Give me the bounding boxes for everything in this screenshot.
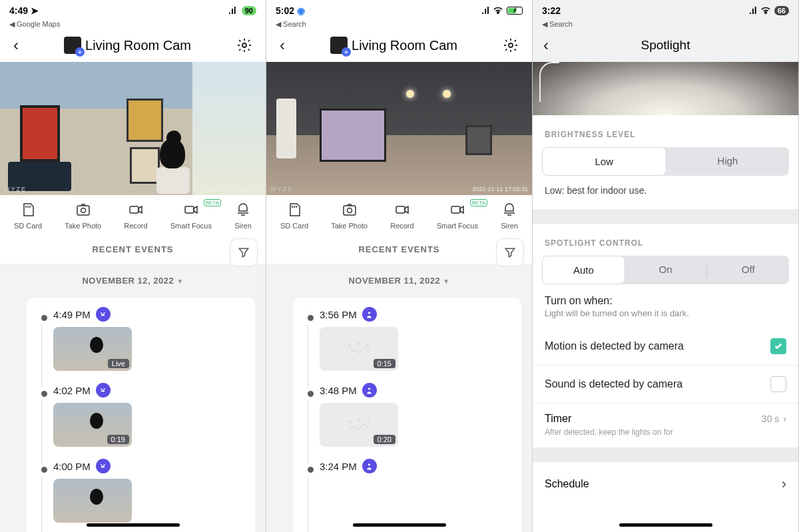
events-date-header[interactable]: NOVEMBER 12, 2022▼: [0, 264, 266, 298]
location-circle-icon: ◉: [297, 5, 305, 16]
pet-icon: [96, 459, 111, 473]
page-header: ‹ Spotlight: [533, 29, 798, 62]
video-brand: WYZE: [4, 186, 27, 192]
event-thumbnail[interactable]: Live: [53, 327, 132, 371]
event-item[interactable]: 4:02 PM 0:19: [49, 383, 242, 447]
recent-events-header: RECENT EVENTS: [266, 235, 532, 264]
home-indicator: [619, 523, 712, 527]
back-breadcrumb[interactable]: ◀ Google Maps: [0, 20, 266, 29]
video-brand: WYZE: [270, 186, 293, 192]
brightness-high-option[interactable]: High: [666, 147, 790, 176]
control-on-option[interactable]: On: [625, 256, 707, 284]
status-bar: 5:02 ◉ .ıl ⚡︎: [266, 0, 532, 21]
control-auto-option[interactable]: Auto: [542, 256, 625, 284]
turn-on-subtitle: Light will be turned on when it is dark.: [533, 308, 798, 328]
event-item[interactable]: 4:00 PM: [49, 459, 242, 523]
beta-badge: BETA: [470, 199, 487, 206]
back-chevron-icon[interactable]: ‹: [280, 36, 285, 55]
svg-point-14: [368, 388, 370, 390]
schedule-row[interactable]: Schedule ›: [533, 447, 798, 506]
wifi-icon: [760, 5, 772, 17]
home-indicator: [353, 523, 446, 527]
motion-trigger-row[interactable]: Motion is detected by camera: [533, 328, 798, 366]
events-list[interactable]: 4:49 PM Live 4:02 PM 0:19 4:00 PM: [0, 298, 266, 532]
filter-button[interactable]: [496, 238, 524, 266]
video-timestamp: 2022-11-12 16:49:44: [206, 186, 262, 192]
event-thumbnail[interactable]: 0:15: [320, 327, 398, 371]
svg-point-13: [367, 345, 369, 347]
take-photo-button[interactable]: Take Photo: [331, 202, 368, 230]
event-item[interactable]: 3:24 PM: [316, 459, 508, 473]
svg-rect-1: [77, 206, 89, 215]
phone-panel-1: 4:49 ➤ .ıl 90 ◀ Google Maps ‹ Living Roo…: [0, 0, 266, 532]
brightness-low-option[interactable]: Low: [542, 147, 666, 176]
record-button[interactable]: Record: [390, 202, 413, 230]
back-breadcrumb[interactable]: ◀ Search: [266, 20, 532, 29]
person-icon: [362, 307, 377, 322]
page-header: ‹ Living Room Cam: [266, 29, 532, 62]
video-timestamp: 2022-11-11 17:02:31: [472, 186, 528, 192]
chevron-down-icon: ▼: [443, 278, 449, 285]
pet-icon: [96, 383, 111, 398]
chevron-right-icon: ›: [783, 413, 786, 424]
siren-button[interactable]: Siren: [501, 202, 518, 230]
smart-focus-button[interactable]: BETASmart Focus: [170, 202, 212, 230]
back-chevron-icon[interactable]: ‹: [543, 36, 549, 55]
sd-card-button[interactable]: SD Card: [280, 202, 308, 230]
page-title: Living Room Cam: [330, 37, 457, 54]
record-button[interactable]: Record: [124, 202, 147, 230]
svg-point-15: [349, 421, 351, 423]
event-thumbnail[interactable]: 0:20: [320, 403, 398, 447]
status-time: 4:49: [9, 5, 28, 16]
svg-point-11: [349, 345, 351, 347]
filter-button[interactable]: [230, 238, 258, 266]
live-video-feed[interactable]: WYZE 2022-11-11 17:02:31: [266, 62, 532, 195]
sd-card-button[interactable]: SD Card: [14, 202, 42, 230]
timer-subtitle: After detected, keep the lights on for: [533, 427, 798, 447]
take-photo-button[interactable]: Take Photo: [65, 202, 101, 230]
page-title: Living Room Cam: [64, 37, 191, 54]
event-item[interactable]: 4:49 PM Live: [49, 307, 242, 371]
back-chevron-icon[interactable]: ‹: [13, 36, 19, 55]
svg-point-16: [358, 419, 360, 421]
checkbox-empty-icon[interactable]: [770, 376, 786, 392]
pet-icon: [96, 307, 111, 322]
turn-on-title: Turn on when:: [533, 284, 798, 308]
person-icon: [362, 383, 377, 398]
events-date-header[interactable]: NOVEMBER 11, 2022▼: [266, 264, 532, 298]
back-breadcrumb[interactable]: ◀ Search: [533, 20, 798, 29]
settings-gear-icon[interactable]: [236, 37, 252, 53]
battery-indicator: 66: [774, 6, 789, 15]
status-bar: 4:49 ➤ .ıl 90: [0, 0, 266, 21]
events-list[interactable]: 3:56 PM 0:15 3:48 PM 0:20 3:24 PM: [266, 298, 532, 532]
svg-point-18: [368, 463, 370, 465]
checkbox-checked-icon[interactable]: [770, 338, 786, 354]
event-item[interactable]: 3:48 PM 0:20: [316, 383, 508, 447]
brightness-section-label: BRIGHTNESS LEVEL: [533, 115, 798, 147]
cell-signal-icon: .ıl: [228, 5, 236, 16]
live-video-feed[interactable]: WYZE 2022-11-12 16:49:44: [0, 62, 266, 195]
status-time: 3:22: [542, 5, 561, 16]
chevron-down-icon: ▼: [176, 278, 183, 285]
camera-toolbar: SD Card Take Photo Record BETASmart Focu…: [0, 195, 266, 235]
svg-rect-6: [344, 206, 356, 215]
spotlight-control-segmented: Auto On Off: [542, 256, 789, 284]
cell-signal-icon: .ıl: [481, 5, 489, 16]
spotlight-preview: [533, 62, 798, 115]
settings-gear-icon[interactable]: [503, 37, 519, 53]
control-off-option[interactable]: Off: [707, 256, 789, 284]
battery-charging-icon: ⚡︎: [507, 7, 523, 15]
timer-row[interactable]: Timer 30 s›: [533, 403, 798, 427]
sound-trigger-row[interactable]: Sound is detected by camera: [533, 366, 798, 403]
event-item[interactable]: 3:56 PM 0:15: [316, 307, 508, 371]
page-title: Spotlight: [641, 38, 690, 53]
spotlight-control-section-label: SPOTLIGHT CONTROL: [533, 224, 798, 256]
wifi-icon: [492, 5, 504, 17]
smart-focus-button[interactable]: BETASmart Focus: [437, 202, 478, 230]
event-thumbnail[interactable]: [53, 479, 132, 523]
siren-button[interactable]: Siren: [234, 202, 252, 230]
event-thumbnail[interactable]: 0:19: [53, 403, 132, 447]
svg-rect-3: [130, 206, 138, 213]
chevron-right-icon: ›: [782, 475, 786, 493]
phone-panel-2: 5:02 ◉ .ıl ⚡︎ ◀ Search ‹ Living Room Cam…: [266, 0, 533, 532]
